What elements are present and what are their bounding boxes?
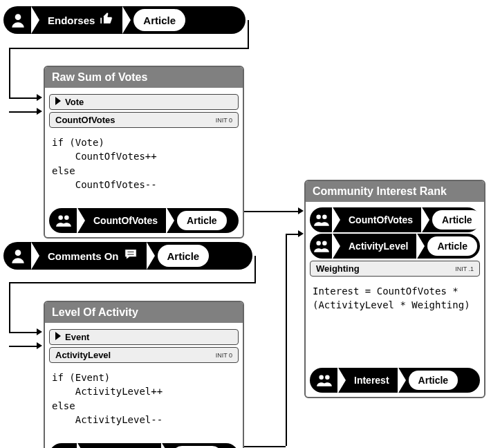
chevron-icon [31,6,39,34]
svg-point-13 [325,375,330,380]
chevron-icon [398,366,406,394]
chevron-icon [421,206,429,234]
chevron-icon [332,206,340,234]
event-endorses: Endorses Article [3,6,246,34]
input-bar-1: CountOfVotes Article [310,207,480,232]
svg-point-0 [15,14,21,20]
state-port-activitylevel: ActivityLevelINIT 0 [49,347,239,363]
chevron-icon [161,442,169,448]
box-title: Level Of Activity [45,302,243,323]
output-object: Article [409,371,458,390]
init-tag: INIT 0 [216,352,232,359]
chevron-icon [31,242,39,270]
output-field: CountOfVotes [86,208,165,233]
init-tag: INIT .1 [455,265,474,272]
svg-point-11 [322,241,327,245]
box-level-of-activity: Level Of Activity Event ActivityLevelINI… [44,301,244,448]
state-port-weighting: WeightingINIT .1 [310,261,480,277]
action-label: Comments On [41,242,145,270]
svg-point-9 [322,214,327,219]
group-icon [313,368,336,392]
box-title: Raw Sum of Votes [45,67,243,88]
input-field: ActivityLevel [342,234,415,259]
diagram-canvas: Endorses Article Raw Sum of Votes Vote C… [3,3,488,446]
event-comments-on: Comments On Article [3,242,252,270]
user-icon [6,8,30,32]
input-bar-2: ActivityLevel Article [310,234,480,259]
svg-point-1 [58,216,63,221]
input-field: CountOfVotes [342,207,420,232]
output-bar: CountOfVotes Article [49,208,239,233]
init-tag: INIT 0 [216,117,232,124]
chevron-icon [77,207,85,234]
output-object: Article [177,211,227,230]
svg-point-12 [319,375,324,380]
object-label: Article [158,245,210,267]
output-field: Interest [347,368,396,393]
group-icon [313,234,331,258]
svg-point-3 [15,250,21,256]
input-port-vote: Vote [49,94,239,110]
thumbs-up-icon [99,11,114,30]
output-bar: Interest Article [310,368,480,393]
box-raw-sum-votes: Raw Sum of Votes Vote CountOfVotesINIT 0… [44,66,244,239]
box-community-interest-rank: Community Interest Rank CountOfVotes Art… [304,180,485,398]
code-block: if (Vote) CountOfVotes++ else CountOfVot… [49,130,239,201]
output-bar: ActivityLevel Article [49,443,239,448]
chevron-icon [122,6,131,34]
input-object: Article [432,210,482,230]
group-icon [52,444,75,448]
svg-point-8 [316,214,321,219]
chevron-icon [337,366,346,394]
group-icon [313,208,331,232]
code-block: Interest = CountOfVotes * (ActivityLevel… [310,279,480,322]
chevron-icon [77,442,85,448]
svg-point-10 [316,241,321,245]
chevron-icon [332,232,340,260]
state-port-countofvotes: CountOfVotesINIT 0 [49,112,239,128]
speech-bubble-icon [123,247,138,265]
chevron-icon [166,207,174,234]
box-title: Community Interest Rank [306,181,484,202]
user-icon [6,244,30,268]
group-icon [52,209,75,232]
action-label: Endorses [41,6,121,34]
input-object: Article [427,236,477,256]
output-field: ActivityLevel [86,443,160,448]
object-label: Article [133,9,185,31]
chevron-icon [416,232,425,260]
chevron-icon [147,242,155,270]
input-port-event: Event [49,329,239,345]
code-block: if (Event) ActivityLevel++ else Activity… [49,365,239,436]
svg-point-2 [64,216,69,221]
